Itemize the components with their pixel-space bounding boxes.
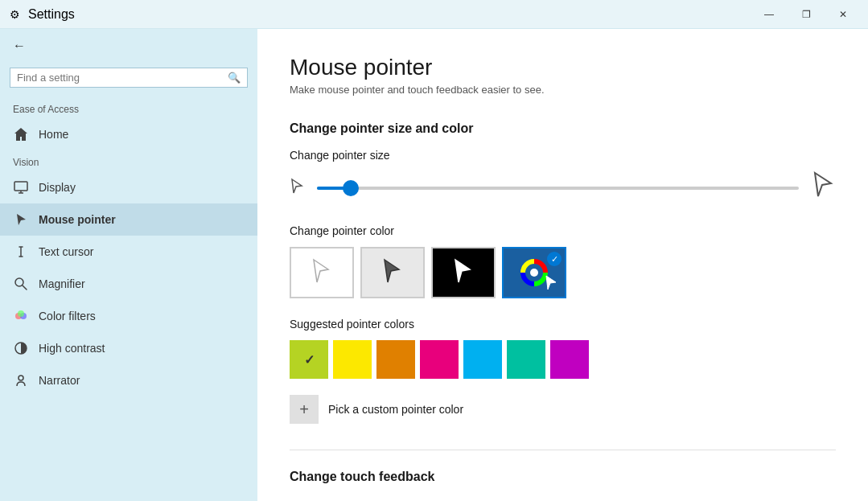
titlebar-title: Settings bbox=[28, 7, 75, 22]
pointer-color-white[interactable] bbox=[290, 247, 354, 298]
search-box[interactable]: 🔍 bbox=[10, 68, 248, 88]
pointer-color-options: ✓ bbox=[290, 247, 836, 298]
color-filters-icon bbox=[13, 308, 29, 324]
svg-point-4 bbox=[18, 310, 24, 317]
back-arrow-icon: ← bbox=[13, 39, 26, 53]
high-contrast-icon bbox=[13, 340, 29, 356]
pointer-color-inverted[interactable] bbox=[431, 247, 496, 298]
section-label: Ease of Access bbox=[0, 97, 257, 118]
sidebar-item-label-display: Display bbox=[39, 181, 76, 194]
sidebar-item-high-contrast[interactable]: High contrast bbox=[0, 332, 257, 364]
sidebar-item-home[interactable]: Home bbox=[0, 118, 257, 150]
pointer-color-dark[interactable] bbox=[360, 247, 425, 298]
content-area: Mouse pointer Make mouse pointer and tou… bbox=[257, 29, 868, 501]
color-swatch-green-yellow[interactable] bbox=[290, 340, 328, 379]
page-title: Mouse pointer bbox=[290, 55, 836, 80]
suggested-colors-label: Suggested pointer colors bbox=[290, 318, 836, 331]
text-cursor-icon bbox=[13, 244, 29, 260]
color-swatch-orange[interactable] bbox=[376, 340, 415, 379]
sidebar-item-label-narrator: Narrator bbox=[39, 374, 80, 387]
section2-title: Change touch feedback bbox=[290, 470, 836, 484]
slider-thumb[interactable] bbox=[343, 180, 359, 196]
app-body: ← 🔍 Ease of Access Home Vision Display bbox=[0, 29, 868, 501]
color-swatch-yellow[interactable] bbox=[333, 340, 372, 379]
back-button[interactable]: ← bbox=[0, 29, 257, 63]
sidebar-item-label-home: Home bbox=[39, 128, 68, 141]
maximize-button[interactable]: ❐ bbox=[788, 0, 825, 29]
magnifier-icon bbox=[13, 276, 29, 292]
pointer-size-track[interactable] bbox=[317, 187, 799, 190]
search-input[interactable] bbox=[17, 72, 228, 84]
sidebar: ← 🔍 Ease of Access Home Vision Display bbox=[0, 29, 257, 501]
pointer-size-slider-row bbox=[290, 171, 836, 205]
section1-title: Change pointer size and color bbox=[290, 121, 836, 136]
sidebar-item-narrator[interactable]: Narrator bbox=[0, 364, 257, 396]
pointer-size-label: Change pointer size bbox=[290, 149, 836, 162]
sidebar-item-label-high-contrast: High contrast bbox=[39, 342, 105, 355]
sidebar-item-mouse-pointer[interactable]: Mouse pointer bbox=[0, 203, 257, 236]
mouse-pointer-icon bbox=[13, 211, 29, 228]
home-icon bbox=[13, 126, 29, 142]
color-swatch-purple[interactable] bbox=[550, 340, 589, 379]
custom-color-row: + Pick a custom pointer color bbox=[290, 395, 836, 424]
sidebar-item-label-color-filters: Color filters bbox=[39, 310, 96, 322]
cursor-large-icon bbox=[812, 171, 836, 205]
add-custom-color-button[interactable]: + bbox=[290, 395, 319, 424]
svg-rect-0 bbox=[14, 182, 27, 191]
sidebar-item-label-text-cursor: Text cursor bbox=[39, 245, 93, 258]
titlebar: ⚙ Settings — ❐ ✕ bbox=[0, 0, 868, 29]
narrator-icon bbox=[13, 372, 29, 388]
sidebar-item-label-mouse-pointer: Mouse pointer bbox=[39, 213, 116, 226]
color-swatch-pink[interactable] bbox=[420, 340, 459, 379]
settings-window-icon: ⚙ bbox=[10, 8, 20, 21]
display-icon bbox=[13, 179, 29, 195]
pointer-color-custom[interactable]: ✓ bbox=[502, 247, 566, 298]
svg-point-8 bbox=[530, 269, 538, 277]
section-divider bbox=[290, 450, 836, 450]
color-swatch-teal[interactable] bbox=[507, 340, 545, 379]
sidebar-item-display[interactable]: Display bbox=[0, 171, 257, 203]
sidebar-item-label-magnifier: Magnifier bbox=[39, 277, 85, 290]
custom-color-label: Pick a custom pointer color bbox=[328, 403, 463, 416]
window-controls: — ❐ ✕ bbox=[751, 0, 862, 29]
close-button[interactable]: ✕ bbox=[825, 0, 862, 29]
suggested-colors-row bbox=[290, 340, 836, 379]
color-swatch-cyan[interactable] bbox=[463, 340, 502, 379]
search-icon: 🔍 bbox=[228, 72, 241, 84]
sidebar-item-text-cursor[interactable]: Text cursor bbox=[0, 236, 257, 268]
page-subtitle: Make mouse pointer and touch feedback ea… bbox=[290, 84, 836, 96]
vision-label: Vision bbox=[0, 150, 257, 171]
sidebar-item-magnifier[interactable]: Magnifier bbox=[0, 268, 257, 300]
selected-check: ✓ bbox=[547, 252, 562, 266]
pointer-color-label: Change pointer color bbox=[290, 224, 836, 237]
minimize-button[interactable]: — bbox=[751, 0, 788, 29]
sidebar-item-color-filters[interactable]: Color filters bbox=[0, 300, 257, 332]
cursor-small-icon bbox=[290, 178, 304, 199]
svg-point-6 bbox=[19, 376, 23, 380]
